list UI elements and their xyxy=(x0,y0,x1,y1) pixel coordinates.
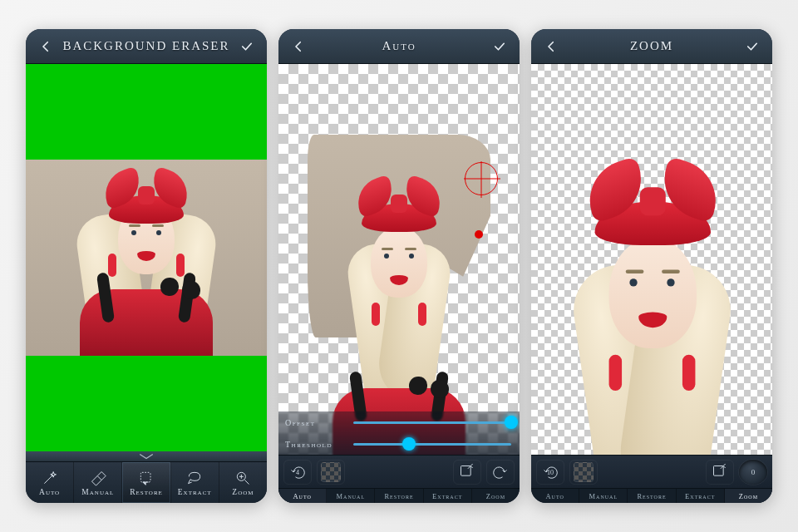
eraser-icon xyxy=(90,470,106,486)
topbar: BACKGROUND ERASER xyxy=(26,29,267,64)
redo-icon xyxy=(492,464,509,480)
chevron-left-icon xyxy=(38,39,53,54)
panel-collapse-handle[interactable] xyxy=(26,451,267,461)
tool-label: Zoom xyxy=(232,488,254,496)
editor-canvas[interactable] xyxy=(531,64,772,455)
undo-count: 4 xyxy=(296,468,299,475)
back-button[interactable] xyxy=(287,35,310,58)
cursor-dot[interactable] xyxy=(475,230,483,239)
photo-region xyxy=(26,160,267,356)
threshold-slider[interactable]: Threshold xyxy=(278,433,520,455)
slider-thumb[interactable] xyxy=(402,437,416,451)
page-title: ZOOM xyxy=(630,39,673,53)
swatch-icon xyxy=(321,462,341,482)
topbar: Auto xyxy=(278,29,520,64)
edit-button[interactable] xyxy=(706,460,734,485)
offset-label: Offset xyxy=(285,418,347,427)
tab-extract[interactable]: Extract xyxy=(677,489,725,503)
confirm-button[interactable] xyxy=(235,35,259,58)
mode-tabstrip: Auto Manual Restore Extract Zoom xyxy=(278,488,520,503)
tool-label: Manual xyxy=(81,488,114,496)
topbar: ZOOM xyxy=(531,29,772,64)
edit-icon xyxy=(459,464,475,480)
mode-tabstrip: Auto Manual Restore Extract Zoom xyxy=(531,488,772,503)
action-row: 4 xyxy=(278,455,520,488)
tab-zoom[interactable]: Zoom xyxy=(472,489,520,503)
subject-illustration xyxy=(531,136,772,455)
swatch-icon xyxy=(574,462,594,482)
page-title: BACKGROUND ERASER xyxy=(62,39,229,53)
edit-icon xyxy=(712,464,728,480)
page-title: Auto xyxy=(382,39,416,53)
editor-canvas[interactable] xyxy=(26,64,267,451)
chevron-left-icon xyxy=(291,39,306,54)
tool-label: Restore xyxy=(130,488,163,496)
undo-button[interactable]: 4 xyxy=(283,460,312,485)
chevron-left-icon xyxy=(544,39,559,54)
editor-canvas[interactable]: Offset Threshold xyxy=(278,64,520,455)
restore-icon xyxy=(138,470,155,486)
wand-icon xyxy=(42,470,58,486)
tab-manual[interactable]: Manual xyxy=(327,489,375,503)
knob-value: 0 xyxy=(751,468,756,476)
tool-auto[interactable]: Auto xyxy=(26,462,74,503)
tool-zoom[interactable]: Zoom xyxy=(219,462,267,503)
svg-rect-0 xyxy=(140,472,150,482)
phone-screen-1: BACKGROUND ERASER Auto Manual xyxy=(26,29,267,503)
subject-illustration xyxy=(26,160,267,356)
tab-restore[interactable]: Restore xyxy=(375,489,423,503)
check-icon xyxy=(239,39,254,54)
confirm-button[interactable] xyxy=(488,35,511,58)
tab-zoom[interactable]: Zoom xyxy=(725,489,772,503)
redo-button[interactable] xyxy=(486,460,515,485)
undo-button[interactable]: 10 xyxy=(536,460,564,485)
target-reticle[interactable] xyxy=(465,162,498,195)
tool-restore[interactable]: Restore xyxy=(122,462,170,503)
chevron-down-icon xyxy=(135,452,157,461)
threshold-label: Threshold xyxy=(285,440,347,449)
green-bg-top xyxy=(26,64,267,160)
slider-track[interactable] xyxy=(353,421,511,424)
tab-auto[interactable]: Auto xyxy=(531,489,579,503)
bg-swatch-button[interactable] xyxy=(317,460,345,485)
action-row: 10 0 xyxy=(531,455,772,488)
tool-label: Auto xyxy=(39,488,60,496)
photo-region xyxy=(531,64,772,455)
tab-auto[interactable]: Auto xyxy=(278,489,327,503)
tab-restore[interactable]: Restore xyxy=(628,489,676,503)
tool-manual[interactable]: Manual xyxy=(74,462,122,503)
phone-screen-2: Auto Offset Threshold xyxy=(278,29,520,503)
bg-swatch-button[interactable] xyxy=(569,460,598,485)
lasso-icon xyxy=(186,470,203,486)
tool-extract[interactable]: Extract xyxy=(171,462,219,503)
tool-label: Extract xyxy=(178,488,212,496)
green-bg-bottom xyxy=(26,356,267,451)
edit-button[interactable] xyxy=(453,460,481,485)
zoom-knob[interactable]: 0 xyxy=(739,460,767,485)
tab-extract[interactable]: Extract xyxy=(424,489,472,503)
slider-panel: Offset Threshold xyxy=(278,411,520,455)
slider-track[interactable] xyxy=(353,443,511,446)
tab-manual[interactable]: Manual xyxy=(579,489,628,503)
check-icon xyxy=(492,39,507,54)
phone-screen-3: ZOOM 10 0 Auto xyxy=(531,29,772,503)
offset-slider[interactable]: Offset xyxy=(278,411,520,433)
check-icon xyxy=(745,39,760,54)
confirm-button[interactable] xyxy=(741,35,764,58)
photo-region xyxy=(278,64,520,455)
zoom-icon xyxy=(234,470,251,486)
undo-count: 10 xyxy=(547,468,554,475)
slider-thumb[interactable] xyxy=(505,416,518,429)
tool-bar: Auto Manual Restore Extract Zoom xyxy=(26,461,267,503)
back-button[interactable] xyxy=(539,35,563,58)
back-button[interactable] xyxy=(34,35,57,58)
